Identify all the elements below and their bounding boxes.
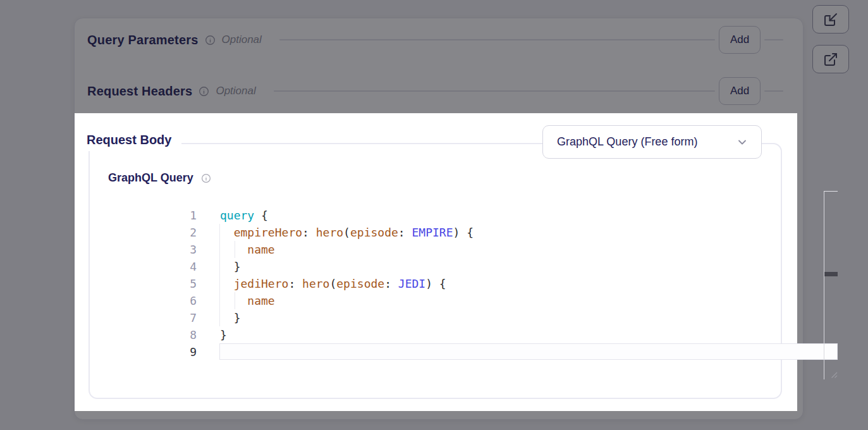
line-number: 4 xyxy=(179,258,197,275)
code-line[interactable]: name xyxy=(220,241,474,258)
code-token-punc: ( xyxy=(343,226,350,239)
editor-gutter: 123456789 xyxy=(179,207,197,360)
graphql-query-label-row: GraphQL Query xyxy=(108,171,211,185)
scrollbar-thumb[interactable] xyxy=(824,272,838,276)
code-line[interactable]: name xyxy=(220,292,474,309)
code-token-prop: hero xyxy=(302,277,329,290)
code-token-punc xyxy=(220,226,234,239)
code-token-atom: EMPIRE xyxy=(412,226,453,239)
editor-code: query { empireHero: hero(episode: EMPIRE… xyxy=(220,207,474,360)
code-token-punc: ) { xyxy=(453,226,474,239)
code-token-punc: } xyxy=(220,328,227,341)
page-background: Query Parameters Optional Add Request He… xyxy=(0,0,868,430)
chevron-down-icon xyxy=(736,136,749,149)
line-number: 7 xyxy=(179,309,197,326)
code-line[interactable]: } xyxy=(220,326,474,343)
code-token-prop: episode xyxy=(350,226,398,239)
line-number: 3 xyxy=(179,241,197,258)
code-token-punc: ) { xyxy=(425,277,446,290)
code-line[interactable]: } xyxy=(220,309,474,326)
code-token-prop: name xyxy=(247,243,274,256)
code-token-kw: query xyxy=(220,209,254,222)
resize-grip-icon[interactable] xyxy=(828,369,838,379)
code-token-punc: : xyxy=(302,226,316,239)
line-number: 1 xyxy=(179,207,197,224)
code-line[interactable]: } xyxy=(220,258,474,275)
body-type-select[interactable]: GraphQL Query (Free form) xyxy=(542,125,762,159)
graphql-query-editor[interactable]: 123456789 query { empireHero: hero(episo… xyxy=(179,191,849,379)
code-line[interactable]: jediHero: hero(episode: JEDI) { xyxy=(220,275,474,292)
code-token-prop: episode xyxy=(336,277,384,290)
code-token-prop: name xyxy=(247,294,274,307)
code-token-atom: JEDI xyxy=(398,277,425,290)
editor-scrollbar-track xyxy=(824,191,824,379)
code-token-punc: : xyxy=(384,277,398,290)
code-line[interactable]: query { xyxy=(220,207,474,224)
line-number: 6 xyxy=(179,292,197,309)
line-number: 9 xyxy=(179,343,197,360)
code-token-punc xyxy=(220,277,234,290)
code-token-prop: jediHero xyxy=(234,277,289,290)
modal-title: Request Body xyxy=(87,128,181,151)
divider xyxy=(824,191,838,192)
code-line[interactable]: empireHero: hero(episode: EMPIRE) { xyxy=(220,224,474,241)
code-token-punc xyxy=(220,243,247,256)
code-line[interactable] xyxy=(220,343,474,360)
code-token-punc: : xyxy=(288,277,302,290)
code-token-punc: } xyxy=(220,311,241,324)
code-token-prop: hero xyxy=(316,226,343,239)
info-icon[interactable] xyxy=(201,173,211,183)
code-token-punc: { xyxy=(254,209,268,222)
request-body-modal: Request Body GraphQL Query (Free form) G… xyxy=(75,113,797,411)
body-type-value: GraphQL Query (Free form) xyxy=(557,135,697,149)
code-token-punc: } xyxy=(220,260,241,273)
line-number: 8 xyxy=(179,326,197,343)
code-token-punc xyxy=(220,294,247,307)
line-number: 2 xyxy=(179,224,197,241)
code-token-punc: ( xyxy=(329,277,336,290)
graphql-query-label: GraphQL Query xyxy=(108,171,193,185)
line-number: 5 xyxy=(179,275,197,292)
code-token-prop: empireHero xyxy=(234,226,302,239)
code-token-punc: : xyxy=(398,226,412,239)
